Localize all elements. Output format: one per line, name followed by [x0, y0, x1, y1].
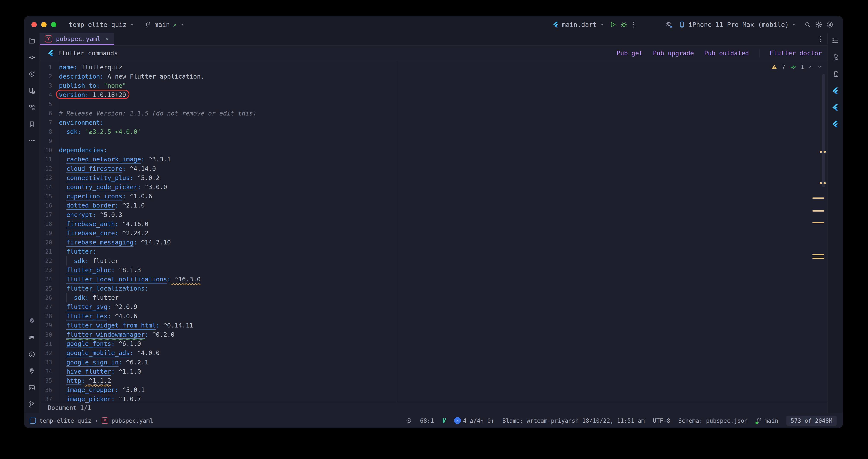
gem-plugin-tool-button[interactable]: [26, 365, 37, 376]
package-link[interactable]: flutter_local_notifications: [66, 275, 167, 284]
code-line[interactable]: 6# Release Version: 2.1.5 (do not remove…: [40, 109, 828, 118]
code-line[interactable]: 25 flutter_localizations:: [40, 284, 828, 293]
code-line[interactable]: 29 flutter_widget_from_html: ^0.14.11: [40, 321, 828, 330]
code-line[interactable]: 28 flutter_tex: ^4.0.6: [40, 312, 828, 321]
changes-widget[interactable]: △ 4 Δ/4↑ 0↓: [454, 417, 494, 424]
package-link[interactable]: firebase_messaging: [66, 239, 133, 247]
breadcrumb[interactable]: temp-elite-quiz › Y pubspec.yaml: [30, 417, 153, 424]
branch-widget[interactable]: main ↗: [145, 21, 184, 28]
next-problem-button[interactable]: [817, 64, 822, 69]
code-line[interactable]: 27 flutter_svg: ^2.0.9: [40, 302, 828, 312]
close-window-button[interactable]: [31, 22, 37, 27]
settings-button[interactable]: [813, 19, 824, 30]
commit-tool-button[interactable]: [26, 52, 37, 63]
disabled-plugin-tool-button[interactable]: [26, 316, 37, 327]
flutter-doctor-link[interactable]: Flutter doctor: [770, 50, 822, 57]
cat-plugin-tool-button[interactable]: [26, 332, 37, 343]
code-line[interactable]: 17 encrypt: ^5.0.3: [40, 210, 828, 219]
code-line[interactable]: 20 firebase_messaging: ^14.7.10: [40, 238, 828, 247]
code-line[interactable]: 30 flutter_windowmanager: ^0.2.0: [40, 330, 828, 339]
code-line[interactable]: 22 sdk: flutter: [40, 256, 828, 265]
memory-indicator[interactable]: 573 of 2048M: [786, 416, 837, 426]
package-link[interactable]: google_fonts: [66, 340, 111, 348]
code-line[interactable]: 13 connectivity_plus: ^5.0.2: [40, 173, 828, 182]
package-link[interactable]: country_code_picker: [66, 184, 137, 191]
flutter-outline-tool-button[interactable]: [830, 85, 841, 96]
code-line[interactable]: 10dependencies:: [40, 145, 828, 155]
bookmarks-tool-button[interactable]: [26, 119, 37, 130]
code-line[interactable]: 14 country_code_picker: ^3.0.0: [40, 182, 828, 192]
project-switcher[interactable]: temp-elite-quiz: [69, 21, 134, 28]
code-line[interactable]: 21 flutter:: [40, 247, 828, 256]
package-link[interactable]: flutter_widget_from_html: [66, 322, 156, 330]
package-link[interactable]: connectivity_plus: [66, 174, 130, 182]
code-line[interactable]: 2description: A new Flutter application.: [40, 72, 828, 81]
more-run-actions-button[interactable]: [629, 22, 638, 28]
code-line[interactable]: 11 cached_network_image: ^3.3.1: [40, 155, 828, 164]
v-plugin-icon[interactable]: V: [442, 417, 446, 424]
search-everywhere-button[interactable]: [802, 19, 813, 30]
tab-options-button[interactable]: [816, 36, 825, 42]
code-line[interactable]: 16 dotted_border: ^2.1.0: [40, 201, 828, 210]
code-line[interactable]: 19 firebase_core: ^2.24.2: [40, 228, 828, 238]
code-line[interactable]: 3publish_to: "none": [40, 81, 828, 90]
run-button[interactable]: [607, 19, 618, 30]
package-link[interactable]: http: [66, 377, 82, 385]
problems-tool-button[interactable]: [26, 349, 37, 360]
code-line[interactable]: 9: [40, 136, 828, 145]
device-manager-tool-button[interactable]: [26, 85, 37, 96]
code-line[interactable]: 8 sdk: '≥3.2.5 <4.0.0': [40, 127, 828, 136]
code-line[interactable]: 26 sdk: flutter: [40, 293, 828, 302]
debug-button[interactable]: [618, 19, 629, 30]
package-link[interactable]: flutter_tex: [66, 313, 107, 321]
package-link[interactable]: hive_flutter: [66, 368, 111, 376]
code-line[interactable]: 36 image_cropper: ^5.0.1: [40, 385, 828, 395]
pub-get-link[interactable]: Pub get: [617, 50, 643, 57]
code-line[interactable]: 18 firebase_auth: ^4.16.0: [40, 219, 828, 228]
git-branch-widget[interactable]: main: [756, 417, 778, 424]
breadcrumb-project[interactable]: temp-elite-quiz: [39, 417, 91, 424]
code-line[interactable]: 32 google_mobile_ads: ^4.0.0: [40, 349, 828, 358]
blame-widget[interactable]: Blame: wrteam-priyansh 18/10/22, 11:51 a…: [502, 417, 645, 424]
code-line[interactable]: 15 cupertino_icons: ^1.0.6: [40, 192, 828, 201]
profile-button[interactable]: [824, 19, 835, 30]
code-line[interactable]: 1name: flutterquiz: [40, 63, 828, 72]
package-link[interactable]: google_mobile_ads: [66, 349, 130, 357]
pub-outdated-link[interactable]: Pub outdated: [704, 50, 749, 57]
package-link[interactable]: image_cropper: [66, 386, 115, 394]
code-line[interactable]: 34 hive_flutter: ^1.1.0: [40, 367, 828, 376]
code-line[interactable]: 5: [40, 99, 828, 109]
code-line[interactable]: 4version: 1.0.18+29: [40, 90, 828, 99]
run-configuration-selector[interactable]: main.dart: [553, 21, 604, 28]
package-link[interactable]: firebase_core: [66, 230, 115, 237]
caret-position-widget[interactable]: 68:1: [420, 417, 434, 424]
device-selector[interactable]: iPhone 11 Pro Max (mobile): [679, 21, 797, 28]
code-editor[interactable]: 1name: flutterquiz2description: A new Fl…: [40, 61, 828, 403]
version-control-tool-button[interactable]: [26, 399, 37, 410]
package-link[interactable]: cupertino_icons: [66, 193, 122, 200]
code-line[interactable]: 12 cloud_firestore: ^4.14.0: [40, 164, 828, 173]
running-devices-tool-button[interactable]: [830, 68, 841, 79]
minimize-window-button[interactable]: [41, 22, 46, 27]
pub-upgrade-link[interactable]: Pub upgrade: [653, 50, 694, 57]
code-line[interactable]: 24 flutter_local_notifications: ^16.3.0: [40, 274, 828, 284]
package-link[interactable]: cached_network_image: [66, 156, 141, 164]
package-link[interactable]: cloud_firestore: [66, 165, 122, 173]
flutter-performance-tool-button[interactable]: [830, 102, 841, 113]
project-tool-button[interactable]: [26, 35, 37, 46]
zoom-window-button[interactable]: [51, 22, 56, 27]
prev-problem-button[interactable]: [808, 64, 813, 69]
package-link[interactable]: image_picker: [66, 395, 111, 403]
flutter-attach-button[interactable]: [663, 19, 675, 30]
code-line[interactable]: 7environment:: [40, 118, 828, 127]
structure-tool-button[interactable]: [26, 102, 37, 113]
package-link[interactable]: encrypt: [66, 211, 92, 219]
code-line[interactable]: 37 image_picker: ^1.0.7: [40, 395, 828, 403]
device-explorer-tool-button[interactable]: [830, 52, 841, 63]
package-link[interactable]: firebase_auth: [66, 220, 115, 228]
terminal-tool-button[interactable]: [26, 382, 37, 393]
notifications-tool-button[interactable]: [830, 35, 841, 46]
inspections-widget[interactable]: 7 1: [771, 63, 822, 70]
schema-widget[interactable]: Schema: pubspec.json: [678, 417, 748, 424]
package-link[interactable]: google_sign_in: [66, 359, 119, 366]
